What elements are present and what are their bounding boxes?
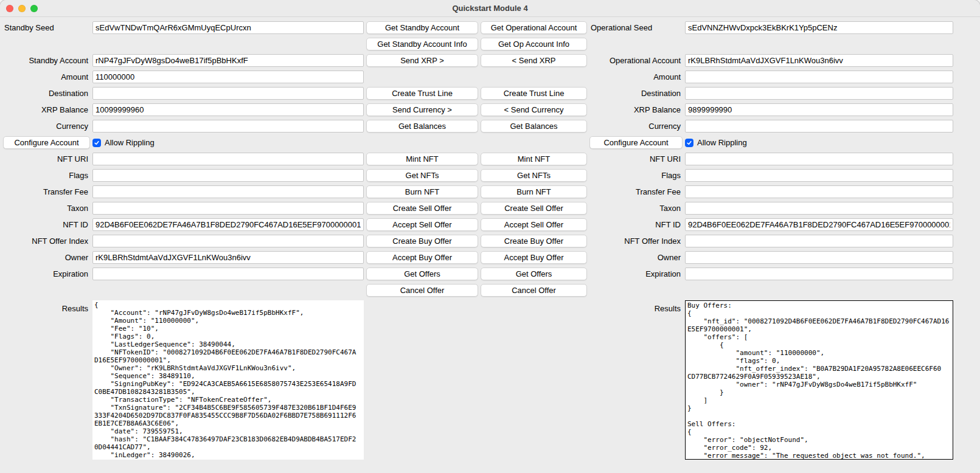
app-window: Quickstart Module 4 Standby Seed Get Sta… [0,0,980,473]
standby-cancel-offer-button[interactable]: Cancel Offer [366,284,478,297]
operational-create-buy-offer-button[interactable]: Create Buy Offer [481,235,587,247]
standby-currency-input[interactable] [92,120,364,133]
operational-mint-nft-button[interactable]: Mint NFT [481,153,587,165]
get-standby-account-info-button[interactable]: Get Standby Account Info [366,38,478,50]
operational-expiration-input[interactable] [685,268,953,280]
operational-allow-rippling-label: Allow Rippling [697,138,747,147]
standby-get-offers-button[interactable]: Get Offers [366,268,478,280]
operational-owner-label: Owner [589,253,683,262]
main-form: Standby Seed Get Standby Account Get Ope… [0,17,980,463]
operational-amount-label: Amount [589,72,683,81]
window-title: Quickstart Module 4 [0,4,980,13]
operational-flags-label: Flags [589,171,683,180]
standby-seed-label: Standby Seed [3,23,90,32]
operational-nft-uri-label: NFT URI [589,154,683,164]
operational-owner-input[interactable] [685,251,953,264]
operational-create-trust-line-button[interactable]: Create Trust Line [481,87,587,100]
standby-create-trust-line-button[interactable]: Create Trust Line [366,87,478,100]
standby-seed-input[interactable] [92,21,364,34]
operational-configure-account-button[interactable]: Configure Account [589,136,683,149]
standby-currency-label: Currency [3,122,90,131]
operational-seed-input[interactable] [685,21,953,34]
operational-currency-input[interactable] [685,120,953,133]
get-op-account-info-button[interactable]: Get Op Account Info [481,38,587,50]
standby-allow-rippling-row: Allow Rippling [92,138,364,147]
operational-create-sell-offer-button[interactable]: Create Sell Offer [481,202,587,215]
standby-results-text[interactable]: { "Account": "rNP47gJFvDyW8gsDo4weB17if5… [92,300,364,460]
standby-results-label: Results [3,304,90,313]
operational-results-text[interactable]: Buy Offers: { "nft_id": "0008271092D4B6F… [685,300,953,460]
operational-burn-nft-button[interactable]: Burn NFT [481,185,587,198]
standby-amount-label: Amount [3,72,90,81]
standby-transfer-fee-input[interactable] [92,185,364,198]
operational-accept-sell-offer-button[interactable]: Accept Sell Offer [481,218,587,231]
standby-xrp-balance-input[interactable] [92,103,364,116]
operational-nft-offer-index-input[interactable] [685,235,953,247]
operational-flags-input[interactable] [685,169,953,182]
standby-account-input[interactable] [92,54,364,67]
titlebar: Quickstart Module 4 [0,0,980,17]
close-window-button[interactable] [6,5,13,12]
operational-nft-uri-input[interactable] [685,153,953,165]
standby-nft-id-label: NFT ID [3,220,90,229]
operational-amount-input[interactable] [685,71,953,83]
standby-create-buy-offer-button[interactable]: Create Buy Offer [366,235,478,247]
send-xrp-op-to-standby-button[interactable]: < Send XRP [481,54,587,67]
send-currency-standby-to-op-button[interactable]: Send Currency > [366,103,478,116]
operational-transfer-fee-input[interactable] [685,185,953,198]
operational-get-balances-button[interactable]: Get Balances [481,120,587,133]
standby-get-nfts-button[interactable]: Get NFTs [366,169,478,182]
get-operational-account-button[interactable]: Get Operational Account [481,21,587,34]
standby-accept-sell-offer-button[interactable]: Accept Sell Offer [366,218,478,231]
standby-create-sell-offer-button[interactable]: Create Sell Offer [366,202,478,215]
operational-xrp-balance-label: XRP Balance [589,105,683,114]
standby-amount-input[interactable] [92,71,364,83]
standby-account-label: Standby Account [3,56,90,65]
standby-destination-label: Destination [3,89,90,98]
operational-accept-buy-offer-button[interactable]: Accept Buy Offer [481,251,587,264]
standby-taxon-input[interactable] [92,202,364,215]
zoom-window-button[interactable] [30,5,38,12]
standby-destination-input[interactable] [92,87,364,100]
standby-expiration-label: Expiration [3,269,90,278]
operational-cancel-offer-button[interactable]: Cancel Offer [481,284,587,297]
operational-taxon-input[interactable] [685,202,953,215]
checkmark-icon [686,140,692,146]
standby-nft-offer-index-label: NFT Offer Index [3,236,90,246]
operational-transfer-fee-label: Transfer Fee [589,187,683,196]
minimize-window-button[interactable] [18,5,26,12]
standby-get-balances-button[interactable]: Get Balances [366,120,478,133]
standby-nft-id-input[interactable] [92,218,364,231]
standby-configure-account-button[interactable]: Configure Account [3,136,90,149]
operational-destination-label: Destination [589,89,683,98]
send-xrp-standby-to-op-button[interactable]: Send XRP > [366,54,478,67]
standby-flags-label: Flags [3,171,90,180]
standby-nft-offer-index-input[interactable] [92,235,364,247]
operational-nft-id-input[interactable] [685,218,953,231]
operational-account-input[interactable] [685,54,953,67]
standby-owner-input[interactable] [92,251,364,264]
standby-burn-nft-button[interactable]: Burn NFT [366,185,478,198]
operational-xrp-balance-input[interactable] [685,103,953,116]
operational-currency-label: Currency [589,122,683,131]
standby-allow-rippling-checkbox[interactable] [92,139,101,147]
operational-get-nfts-button[interactable]: Get NFTs [481,169,587,182]
operational-destination-input[interactable] [685,87,953,100]
operational-allow-rippling-row: Allow Rippling [685,138,953,147]
standby-owner-label: Owner [3,253,90,262]
standby-flags-input[interactable] [92,169,364,182]
standby-nft-uri-input[interactable] [92,153,364,165]
get-standby-account-button[interactable]: Get Standby Account [366,21,478,34]
operational-account-label: Operational Account [589,56,683,65]
operational-results-label: Results [589,304,683,313]
operational-allow-rippling-checkbox[interactable] [685,139,693,147]
operational-seed-label: Operational Seed [589,23,683,32]
standby-xrp-balance-label: XRP Balance [3,105,90,114]
standby-accept-buy-offer-button[interactable]: Accept Buy Offer [366,251,478,264]
send-currency-op-to-standby-button[interactable]: < Send Currency [481,103,587,116]
operational-get-offers-button[interactable]: Get Offers [481,268,587,280]
standby-expiration-input[interactable] [92,268,364,280]
operational-nft-id-label: NFT ID [589,220,683,229]
standby-mint-nft-button[interactable]: Mint NFT [366,153,478,165]
standby-nft-uri-label: NFT URI [3,154,90,164]
